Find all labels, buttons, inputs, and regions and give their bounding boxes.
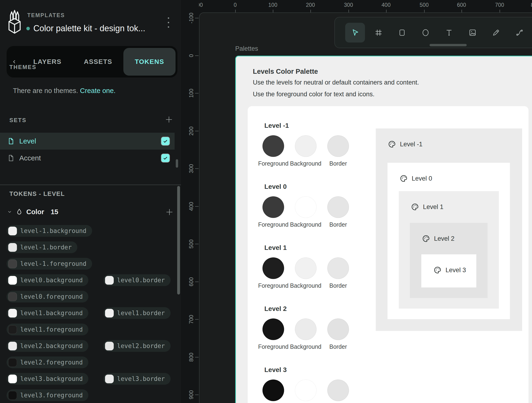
- background-circle[interactable]: [295, 318, 317, 340]
- sets-scrollbar[interactable]: [176, 159, 178, 168]
- penpot-logo[interactable]: [7, 9, 22, 37]
- foreground-circle[interactable]: [262, 379, 284, 401]
- board-name-label[interactable]: Palettes: [235, 45, 258, 52]
- ruler-label: 300: [344, 2, 353, 8]
- left-sidebar: TEMPLATES Color palette kit - design tok…: [0, 0, 181, 403]
- set-row-level[interactable]: Level: [0, 133, 175, 150]
- ruler-label: 0: [234, 2, 237, 8]
- palettes-board[interactable]: Levels Color Palette Use the levels for …: [235, 56, 532, 403]
- vertical-ruler[interactable]: -100 0 100 200 300 400 500 600 700 800 9…: [181, 12, 199, 403]
- set-name: Level: [19, 137, 36, 145]
- token-pill[interactable]: level2.foreground: [6, 357, 88, 368]
- ellipse-tool[interactable]: [416, 23, 435, 43]
- toolbar-drag-handle[interactable]: [430, 44, 467, 46]
- add-set-button[interactable]: [165, 115, 173, 124]
- nested-level-label: Level 3: [434, 266, 466, 274]
- ruler-label: 400: [382, 2, 391, 8]
- frame-tool[interactable]: [369, 23, 388, 43]
- palette-icon: [411, 203, 419, 211]
- border-circle[interactable]: [327, 135, 349, 157]
- create-theme-link[interactable]: Create one.: [80, 87, 116, 94]
- token-pill[interactable]: level2.background: [6, 340, 88, 352]
- token-pill[interactable]: level0.foreground: [6, 291, 88, 303]
- foreground-circle[interactable]: [262, 135, 284, 157]
- ruler-label: 600: [188, 270, 194, 294]
- token-pill[interactable]: level-1.background: [6, 225, 92, 237]
- select-tool[interactable]: [345, 23, 365, 43]
- add-token-button[interactable]: [165, 208, 174, 217]
- rectangle-tool[interactable]: [392, 23, 412, 43]
- background-circle[interactable]: [295, 257, 317, 279]
- levels-card[interactable]: Level -1 Foreground Background Border Le…: [248, 106, 528, 403]
- token-pill[interactable]: level3.background: [6, 373, 88, 385]
- level-heading[interactable]: Level 1: [258, 244, 356, 252]
- token-swatch: [8, 260, 17, 268]
- level-heading[interactable]: Level 0: [258, 183, 356, 191]
- border-circle[interactable]: [327, 196, 349, 218]
- file-title-row[interactable]: Color palette kit - design tok...: [26, 24, 145, 33]
- level-heading[interactable]: Level 2: [258, 305, 356, 313]
- token-swatch: [8, 292, 17, 301]
- foreground-circle[interactable]: [262, 318, 284, 340]
- ruler-label: 700: [495, 2, 504, 8]
- border-circle[interactable]: [327, 318, 349, 340]
- tab-tokens[interactable]: TOKENS: [123, 48, 176, 76]
- token-group-count: 15: [51, 208, 58, 216]
- ruler-label: 100: [188, 81, 194, 105]
- token-swatch: [8, 358, 17, 367]
- tokens-scrollbar[interactable]: [177, 186, 180, 295]
- background-circle[interactable]: [295, 196, 317, 218]
- token-swatch: [8, 227, 17, 235]
- nested-level-box[interactable]: Level -1 Level 0 Level 1: [376, 129, 522, 331]
- nested-level-box[interactable]: Level 2 Level 3: [410, 223, 488, 298]
- palette-icon: [400, 174, 408, 182]
- token-pill[interactable]: level1.background: [6, 307, 88, 319]
- token-pill[interactable]: level0.border: [103, 274, 171, 286]
- themes-heading: THEMES: [9, 64, 36, 70]
- set-checkbox-checked[interactable]: [161, 154, 170, 162]
- token-pill[interactable]: level0.background: [6, 274, 88, 286]
- border-circle[interactable]: [327, 257, 349, 279]
- nested-level-box[interactable]: Level 1 Level 2 Level 3: [399, 191, 499, 309]
- swatch-label: Background: [290, 221, 322, 228]
- token-pill[interactable]: level1.border: [103, 307, 171, 319]
- curve-tool[interactable]: [510, 23, 529, 43]
- token-pill[interactable]: level3.border: [103, 373, 171, 385]
- level-heading[interactable]: Level 3: [258, 366, 356, 374]
- foreground-circle[interactable]: [262, 196, 284, 218]
- pencil-tool[interactable]: [486, 23, 506, 43]
- set-name: Accent: [19, 154, 41, 162]
- penpot-workspace: TEMPLATES Color palette kit - design tok…: [0, 0, 532, 403]
- token-pill[interactable]: level-1.border: [6, 242, 77, 253]
- token-pill[interactable]: level1.foreground: [6, 324, 88, 335]
- background-circle[interactable]: [295, 135, 317, 157]
- ruler-label: -100: [199, 2, 203, 8]
- token-group-color[interactable]: Color 15: [0, 206, 181, 218]
- set-checkbox-checked[interactable]: [161, 137, 170, 146]
- nested-level-box[interactable]: Level 0 Level 1 Level 2: [387, 163, 510, 319]
- image-tool[interactable]: [463, 23, 482, 43]
- token-pill[interactable]: level3.foreground: [6, 389, 88, 401]
- level-heading[interactable]: Level -1: [258, 122, 356, 130]
- token-swatch: [105, 375, 114, 383]
- board-heading[interactable]: Levels Color Palette: [253, 68, 318, 75]
- token-pill[interactable]: level2.border: [103, 340, 171, 352]
- foreground-circle[interactable]: [262, 257, 284, 279]
- border-circle[interactable]: [327, 379, 349, 401]
- tab-assets[interactable]: ASSETS: [73, 58, 124, 66]
- level-block: Level 0 Foreground Background Border: [258, 183, 356, 228]
- nested-level-box[interactable]: Level 3: [421, 254, 476, 287]
- text-tool[interactable]: [439, 23, 459, 43]
- token-swatch: [105, 342, 114, 350]
- token-swatch: [8, 342, 17, 350]
- board-description[interactable]: Use the levels for neutral or default co…: [253, 79, 419, 86]
- background-circle[interactable]: [295, 379, 317, 401]
- kebab-menu-icon[interactable]: [168, 17, 169, 28]
- nested-level-label: Level 2: [422, 235, 455, 243]
- board-description[interactable]: Use the foreground color for text and ic…: [253, 91, 374, 98]
- set-row-accent[interactable]: Accent: [0, 150, 175, 167]
- token-pill[interactable]: level-1.foreground: [6, 258, 92, 270]
- horizontal-ruler[interactable]: -100 0 100 200 300 400 500 600 700 800: [199, 0, 532, 12]
- panel-divider[interactable]: [0, 185, 181, 185]
- file-icon: [7, 137, 15, 146]
